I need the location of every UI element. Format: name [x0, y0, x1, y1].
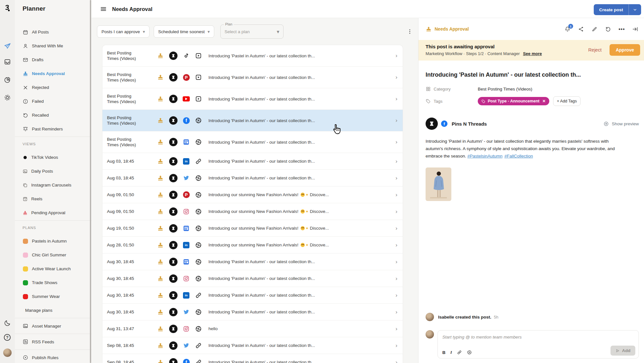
- reel-icon: [23, 196, 28, 202]
- reject-button[interactable]: Reject: [588, 47, 601, 53]
- help-icon[interactable]: ?: [4, 334, 11, 341]
- collapse-panel-icon[interactable]: [632, 26, 638, 32]
- publish-icon[interactable]: [4, 43, 11, 50]
- share-icon[interactable]: [578, 26, 584, 32]
- sidebar-plan-chic-girl-summer[interactable]: Chic Girl Summer: [15, 248, 91, 262]
- add-tags-button[interactable]: + Add Tags: [553, 96, 581, 106]
- post-row[interactable]: Sep 08, 18:45Introducing 'Pastel in Autu…: [102, 337, 403, 354]
- approve-filter-dropdown[interactable]: Posts I can approve▾: [97, 25, 149, 38]
- bold-icon[interactable]: B: [442, 350, 446, 355]
- post-row[interactable]: Aug 30, 18:45inIntroducing 'Pastel in Au…: [102, 287, 403, 304]
- tags-label: Tags: [426, 99, 478, 104]
- post-row[interactable]: Sep 08, 18:45fIntroducing 'Pastel in Aut…: [102, 354, 403, 363]
- list-more-icon[interactable]: [407, 28, 413, 35]
- post-row[interactable]: Aug 03, 18:45Introducing 'Pastel in Autu…: [102, 170, 403, 186]
- approve-button[interactable]: Approve: [610, 44, 640, 56]
- sidebar-item-recalled[interactable]: Recalled: [15, 108, 91, 122]
- approval-stamp-icon: [157, 292, 164, 299]
- post-row[interactable]: Aug 09, 01:50PIntroducing our stunning N…: [102, 186, 403, 203]
- menu-icon[interactable]: [100, 5, 107, 13]
- sidebar-item-drafts[interactable]: Drafts: [15, 53, 91, 67]
- chevron-right-icon: ›: [395, 158, 398, 165]
- post-row[interactable]: Aug 03, 18:45inIntroducing 'Pastel in Au…: [102, 153, 403, 170]
- plan-select[interactable]: Plan Select a plan ▾: [220, 24, 284, 39]
- account-avatar: [169, 308, 178, 316]
- sidebar-item-failed[interactable]: Failed: [15, 94, 91, 108]
- sidebar-item-publish-rules[interactable]: Publish Rules: [15, 350, 91, 363]
- post-schedule-time: Sep 08, 18:45: [107, 343, 157, 348]
- more-icon[interactable]: •••: [619, 26, 625, 32]
- show-preview-button[interactable]: Show preview: [603, 121, 639, 127]
- sidebar-item-asset-manager[interactable]: Asset Manager: [15, 319, 91, 333]
- settings-icon[interactable]: [4, 94, 11, 101]
- brand-logo-icon[interactable]: [3, 4, 12, 14]
- chevron-right-icon: ›: [395, 242, 398, 248]
- plans-section-label: PLANS: [15, 221, 91, 234]
- remove-tag-icon[interactable]: ✕: [542, 99, 545, 103]
- post-media-thumbnail[interactable]: [426, 167, 451, 201]
- post-row[interactable]: Aug 30, 18:45Introducing 'Pastel in Autu…: [102, 253, 403, 270]
- create-post-button[interactable]: Create post: [594, 4, 641, 15]
- inbox-icon[interactable]: [4, 58, 11, 65]
- sidebar-item-needs-approval[interactable]: Needs Approval: [15, 67, 91, 81]
- sidebar-view-reels[interactable]: Reels: [15, 192, 91, 206]
- hashtag-link[interactable]: #PastelsinAutumn: [467, 154, 503, 158]
- hashtag-link[interactable]: #FallCollection: [505, 154, 533, 158]
- history-icon[interactable]: [605, 26, 611, 32]
- see-more-link[interactable]: See more: [523, 51, 542, 56]
- add-comment-button[interactable]: Add: [610, 346, 635, 356]
- post-row[interactable]: Aug 09, 01:50Introducing our stunning Ne…: [102, 203, 403, 220]
- post-row[interactable]: Best Posting Times (Videos)PIntroducing …: [102, 67, 403, 88]
- sidebar-view-instagram-carousels[interactable]: Instagram Carousels: [15, 178, 91, 192]
- sort-filter-dropdown[interactable]: Scheduled time soonest▾: [154, 25, 214, 38]
- post-row[interactable]: Aug 30, 18:45Introducing 'Pastel in Autu…: [102, 304, 403, 320]
- sidebar-view-tiktok-videos[interactable]: TikTok Videos: [15, 150, 91, 164]
- user-avatar[interactable]: [3, 349, 12, 357]
- mail-icon: [23, 57, 28, 63]
- heart-eyes-emoji: [301, 226, 305, 230]
- italic-icon[interactable]: I: [450, 350, 452, 355]
- video-post-icon: [195, 95, 202, 102]
- analytics-icon[interactable]: [4, 76, 11, 83]
- media-post-icon: [195, 275, 202, 282]
- media-icon[interactable]: [467, 350, 472, 355]
- post-row[interactable]: Best Posting Times (Videos)Introducing '…: [102, 88, 403, 110]
- post-row[interactable]: Aug 30, 18:45Introducing 'Pastel in Autu…: [102, 270, 403, 287]
- sidebar-view-pending-approval[interactable]: Pending Approval: [15, 206, 91, 220]
- sidebar-item-rss-feeds[interactable]: RSS Feeds: [15, 335, 91, 349]
- post-row[interactable]: Aug 31, 13:47hello›: [102, 320, 403, 337]
- dark-mode-icon[interactable]: [4, 320, 11, 327]
- sidebar-plan-trade-shows[interactable]: Trade Shows: [15, 276, 91, 290]
- twitter-icon: [183, 309, 190, 316]
- facebook-icon: f: [183, 117, 190, 124]
- sidebar-view-daily-posts[interactable]: Daily Posts: [15, 164, 91, 178]
- post-row[interactable]: Best Posting Times (Videos)Introducing '…: [102, 45, 403, 67]
- account-avatar: [169, 274, 178, 283]
- sidebar-item-shared-with-me[interactable]: Shared With Me: [15, 39, 91, 53]
- carousel-icon: [23, 183, 28, 188]
- sidebar-item-rejected[interactable]: Rejected: [15, 81, 91, 94]
- sidebar-item-manage-plans[interactable]: Manage plans: [15, 303, 91, 317]
- post-row[interactable]: Best Posting Times (Videos)fIntroducing …: [102, 110, 403, 131]
- edit-icon[interactable]: [591, 26, 598, 32]
- chevron-right-icon: ›: [395, 259, 398, 265]
- sidebar-item-all-posts[interactable]: All Posts: [15, 25, 91, 39]
- post-row[interactable]: Aug 28, 01:50inIntroducing our stunning …: [102, 237, 403, 253]
- category-value[interactable]: Best Posting Times (Videos): [478, 87, 532, 91]
- tag-pill[interactable]: Post Type - Announcement ✕: [478, 97, 549, 105]
- comment-input[interactable]: Start typing @ to mention team members B…: [437, 330, 639, 358]
- sidebar-plan-pastels-in-autumn[interactable]: Pastels in Autumn: [15, 234, 91, 248]
- approval-stamp-icon: [157, 74, 164, 81]
- create-post-caret[interactable]: [629, 4, 641, 15]
- sidebar-plan-summer-wear[interactable]: Summer Wear: [15, 290, 91, 303]
- post-text: Introducing 'Pastel in Autumn' - our lat…: [208, 97, 393, 101]
- sidebar-plan-active-wear-launch[interactable]: Active Wear Launch: [15, 262, 91, 276]
- heart-eyes-emoji: [301, 243, 305, 247]
- post-row[interactable]: Aug 19, 01:50Introducing our stunning Ne…: [102, 220, 403, 237]
- post-row[interactable]: Best Posting Times (Videos)Introducing '…: [102, 131, 403, 153]
- post-text: Introducing our stunning New Fashion Arr…: [208, 243, 393, 247]
- notifications-icon[interactable]: 1: [564, 26, 571, 32]
- link-icon[interactable]: [457, 350, 462, 355]
- linkedin-icon: in: [183, 158, 189, 165]
- sidebar-item-past-reminders[interactable]: Past Reminders: [15, 122, 91, 136]
